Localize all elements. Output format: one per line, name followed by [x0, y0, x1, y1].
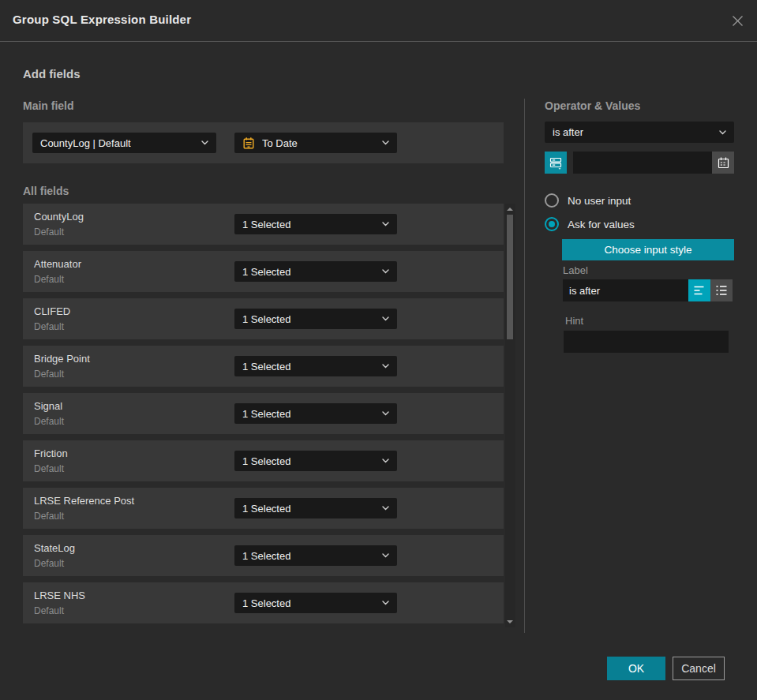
field-row: StateLog Default 1 Selected	[23, 535, 504, 576]
field-selection-dropdown-value: 1 Selected	[242, 408, 290, 420]
field-selection-dropdown[interactable]: 1 Selected	[234, 261, 397, 282]
all-fields-heading: All fields	[23, 185, 69, 197]
field-row: LRSE Reference Post Default 1 Selected	[23, 488, 504, 529]
field-selection-dropdown-value: 1 Selected	[242, 219, 290, 230]
value-mode-button[interactable]	[545, 152, 567, 174]
field-subtitle: Default	[34, 274, 64, 285]
field-row: Signal Default 1 Selected	[23, 393, 504, 434]
field-selection-dropdown-value: 1 Selected	[242, 455, 290, 467]
scrollbar-thumb[interactable]	[507, 215, 513, 339]
field-name: Bridge Point	[34, 353, 90, 365]
radio-circle-icon	[545, 193, 559, 208]
field-selection-dropdown[interactable]: 1 Selected	[234, 403, 397, 424]
dialog-title: Group SQL Expression Builder	[13, 13, 191, 26]
label-input[interactable]	[563, 279, 688, 301]
field-selection-dropdown[interactable]: 1 Selected	[234, 451, 397, 471]
scrollbar[interactable]	[505, 204, 515, 627]
field-row: LRSE NHS Default 1 Selected	[23, 582, 504, 623]
main-field-dropdown-value: CountyLog | Default	[40, 137, 131, 149]
field-name: LRSE Reference Post	[34, 495, 134, 507]
chevron-down-icon	[382, 459, 389, 463]
field-name: CLIFED	[34, 305, 70, 317]
chevron-down-icon	[382, 269, 389, 274]
panel-divider	[524, 99, 525, 633]
chevron-down-icon	[719, 130, 726, 135]
field-row: Attenuator Default 1 Selected	[23, 251, 504, 292]
field-row: Friction Default 1 Selected	[23, 440, 504, 481]
field-selection-dropdown[interactable]: 1 Selected	[234, 356, 397, 376]
chevron-down-icon	[201, 140, 208, 145]
field-subtitle: Default	[34, 558, 64, 569]
field-selection-dropdown-value: 1 Selected	[242, 266, 290, 278]
field-subtitle: Default	[34, 321, 64, 332]
field-selection-dropdown[interactable]: 1 Selected	[234, 309, 397, 329]
chevron-down-icon	[382, 140, 389, 145]
add-fields-heading: Add fields	[23, 67, 81, 80]
group-sql-expression-builder-dialog: Group SQL Expression Builder Add fields …	[0, 0, 757, 700]
label-caption: Label	[563, 264, 588, 276]
field-selection-dropdown-value: 1 Selected	[242, 597, 290, 609]
value-input[interactable]	[573, 152, 712, 174]
field-name: LRSE NHS	[34, 590, 85, 601]
field-subtitle: Default	[34, 605, 64, 616]
operator-dropdown[interactable]: is after	[545, 122, 734, 143]
date-option-dropdown-value: To Date	[262, 137, 298, 149]
field-selection-dropdown-value: 1 Selected	[242, 361, 290, 372]
chevron-down-icon	[382, 364, 389, 369]
radio-circle-selected-icon	[545, 217, 559, 231]
input-style-list-button[interactable]	[710, 279, 733, 301]
main-field-panel: CountyLog | Default To Date	[23, 122, 504, 163]
field-name: CountyLog	[34, 211, 84, 223]
chevron-down-icon	[382, 553, 389, 558]
field-selection-dropdown-value: 1 Selected	[242, 313, 290, 325]
field-selection-dropdown[interactable]: 1 Selected	[234, 498, 397, 518]
field-subtitle: Default	[34, 511, 64, 522]
operator-values-heading: Operator & Values	[545, 99, 640, 112]
close-icon	[732, 15, 744, 27]
radio-ask-for-values[interactable]: Ask for values	[545, 217, 635, 231]
chevron-down-icon	[382, 601, 389, 605]
choose-input-style-button[interactable]: Choose input style	[562, 239, 734, 260]
field-name: Signal	[34, 400, 62, 412]
field-name: Attenuator	[34, 258, 81, 270]
align-left-icon	[693, 285, 706, 296]
dialog-header: Group SQL Expression Builder	[0, 0, 757, 42]
close-button[interactable]	[728, 11, 747, 30]
field-row: Bridge Point Default 1 Selected	[23, 346, 504, 387]
all-fields-list: CountyLog Default 1 Selected Attenuator …	[23, 204, 504, 630]
calendar-icon	[717, 156, 730, 170]
chevron-down-icon	[382, 506, 389, 511]
field-subtitle: Default	[34, 463, 64, 474]
stacked-values-icon	[549, 156, 563, 170]
input-style-text-button[interactable]	[688, 279, 710, 301]
date-option-dropdown[interactable]: To Date	[234, 133, 397, 153]
hint-input[interactable]	[564, 331, 729, 353]
main-field-heading: Main field	[23, 99, 74, 112]
field-name: Friction	[34, 447, 68, 459]
hint-caption: Hint	[565, 315, 583, 327]
chevron-down-icon	[382, 222, 389, 226]
radio-no-user-input-label: No user input	[568, 195, 631, 207]
field-name: StateLog	[34, 542, 75, 554]
field-row: CLIFED Default 1 Selected	[23, 298, 504, 339]
calendar-icon	[242, 137, 255, 150]
radio-no-user-input[interactable]: No user input	[545, 193, 631, 208]
field-subtitle: Default	[34, 369, 64, 380]
field-selection-dropdown[interactable]: 1 Selected	[234, 545, 397, 566]
scrollbar-down-arrow[interactable]	[507, 620, 513, 623]
field-subtitle: Default	[34, 226, 64, 238]
main-field-dropdown[interactable]: CountyLog | Default	[32, 133, 216, 153]
field-selection-dropdown-value: 1 Selected	[242, 503, 290, 515]
field-subtitle: Default	[34, 416, 64, 427]
scrollbar-up-arrow[interactable]	[507, 208, 513, 211]
field-selection-dropdown[interactable]: 1 Selected	[234, 593, 397, 613]
radio-ask-for-values-label: Ask for values	[568, 219, 635, 230]
ok-button[interactable]: OK	[607, 657, 665, 680]
chevron-down-icon	[382, 411, 389, 416]
field-selection-dropdown[interactable]: 1 Selected	[234, 214, 397, 234]
list-icon	[715, 285, 728, 296]
date-picker-button[interactable]	[712, 152, 734, 174]
chevron-down-icon	[382, 316, 389, 321]
field-row: CountyLog Default 1 Selected	[23, 204, 504, 245]
cancel-button[interactable]: Cancel	[673, 657, 725, 680]
